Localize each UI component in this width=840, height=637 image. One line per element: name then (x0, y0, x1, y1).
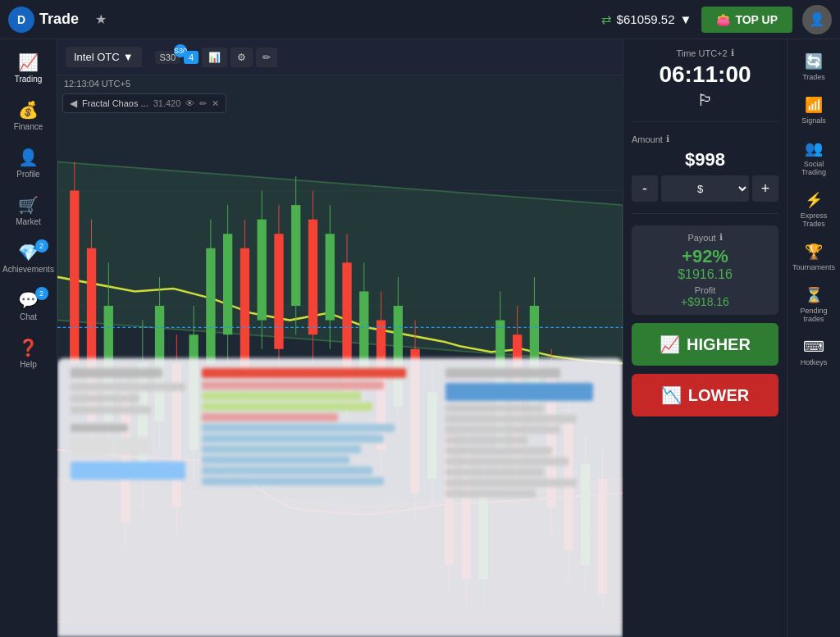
sidebar-item-chat[interactable]: 💬 Chat 2 (4, 284, 53, 328)
svg-rect-36 (308, 220, 317, 335)
chart-draw-icon[interactable]: ✏ (256, 48, 277, 67)
pending-trades-icon: ⏳ (805, 286, 823, 304)
amount-currency-select[interactable]: $ (661, 175, 749, 202)
sidebar-item-signals[interactable]: 📶 Signals (790, 89, 838, 131)
indicator-name: Fractal Chaos ... (82, 98, 148, 108)
indicator-close-icon[interactable]: ✕ (212, 98, 219, 109)
time-section: Time UTC+2 ℹ 06:11:00 🏳 (632, 48, 778, 110)
favorite-icon[interactable]: ★ (95, 11, 107, 27)
sidebar-item-achievements[interactable]: 💎 Achievements 2 (4, 236, 53, 280)
right-panel: Time UTC+2 ℹ 06:11:00 🏳 Amount ℹ $998 - … (623, 39, 787, 637)
logo: D Trade (8, 7, 79, 33)
sidebar-label-trading: Trading (15, 75, 43, 84)
amount-controls: - $ + (632, 175, 778, 202)
topup-label: TOP UP (735, 13, 778, 26)
time-label: Time UTC+2 ℹ (632, 48, 778, 58)
svg-rect-34 (291, 205, 300, 306)
time-display: 06:11:00 (632, 61, 778, 88)
topup-button[interactable]: 👛 TOP UP (701, 7, 792, 33)
payout-section: Payout ℹ +92% $1916.16 Profit +$918.16 (632, 225, 778, 315)
profit-amount: +$918.16 (638, 295, 772, 308)
indicator-collapse-btn[interactable]: ◀ (70, 98, 77, 109)
indicator-value: 31.420 (153, 98, 181, 108)
divider-1 (632, 121, 778, 122)
sidebar-item-express-trades[interactable]: ⚡ Express Trades (790, 184, 838, 234)
indicator-eye-icon[interactable]: 👁 (185, 98, 194, 108)
tournaments-label: Tournaments (792, 263, 835, 271)
trades-icon: 🔄 (805, 52, 823, 71)
divider-2 (632, 213, 778, 214)
payout-label: Payout ℹ (638, 232, 772, 243)
indicator-edit-icon[interactable]: ✏ (199, 98, 207, 109)
sidebar-label-chat: Chat (20, 312, 37, 321)
payout-amount: $1916.16 (638, 267, 772, 282)
topbar: D Trade ★ ⇄ $61059.52 ▼ 👛 TOP UP 👤 (0, 0, 840, 39)
balance-display: ⇄ $61059.52 ▼ (601, 12, 692, 27)
sidebar-item-pending-trades[interactable]: ⏳ Pending trades (790, 280, 838, 330)
chart-bar-icon[interactable]: 📊 (202, 48, 227, 67)
lower-label: LOWER (688, 386, 749, 405)
finance-icon: 💰 (18, 100, 39, 120)
info-icon: ℹ (731, 48, 734, 58)
right-sidebar: 🔄 Trades 📶 Signals 👥 Social Trading ⚡ Ex… (787, 39, 840, 637)
social-trading-label: Social Trading (793, 160, 834, 176)
payout-info-icon: ℹ (719, 232, 723, 243)
lower-button[interactable]: 📉 LOWER (632, 374, 778, 416)
sidebar-item-hotkeys[interactable]: ⌨ Hotkeys (790, 331, 838, 373)
svg-rect-32 (274, 234, 283, 349)
amount-label: Amount ℹ (632, 134, 778, 144)
sidebar-item-social-trading[interactable]: 👥 Social Trading (790, 133, 838, 183)
social-trading-icon: 👥 (805, 139, 823, 157)
blurred-overlay (57, 358, 623, 637)
time-utc-label: Time UTC+2 (676, 48, 727, 58)
dropdown-arrow: ▼ (123, 51, 134, 63)
user-avatar[interactable]: 👤 (802, 5, 832, 34)
higher-button[interactable]: 📈 HIGHER (632, 323, 778, 366)
market-icon: 🛒 (18, 195, 39, 215)
sidebar-item-market[interactable]: 🛒 Market (4, 189, 53, 233)
trades-label: Trades (802, 73, 825, 81)
lower-icon: 📉 (661, 385, 682, 405)
signals-label: Signals (801, 116, 826, 125)
trading-icon: 📈 (18, 52, 39, 72)
svg-rect-24 (206, 248, 215, 364)
sidebar-item-trading[interactable]: 📈 Trading (4, 46, 53, 90)
sidebar-item-tournaments[interactable]: 🏆 Tournaments (790, 236, 838, 278)
higher-label: HIGHER (687, 335, 751, 354)
sidebar-label-help: Help (20, 360, 37, 369)
hotkeys-icon: ⌨ (803, 338, 824, 356)
chart-settings-icon[interactable]: ⚙ (231, 48, 253, 67)
help-icon: ❓ (18, 338, 39, 357)
sidebar-item-help[interactable]: ❓ Help (4, 331, 53, 375)
sidebar-label-market: Market (16, 217, 41, 226)
sidebar-item-profile[interactable]: 👤 Profile (4, 141, 53, 185)
svg-rect-38 (326, 234, 335, 320)
instrument-selector[interactable]: Intel OTC ▼ (66, 47, 142, 67)
sidebar-item-finance[interactable]: 💰 Finance (4, 93, 53, 138)
amount-section: Amount ℹ $998 - $ + (632, 134, 778, 202)
balance-arrow: ▼ (680, 12, 692, 26)
chat-badge: 2 (35, 287, 48, 300)
indicator-panel: ◀ Fractal Chaos ... 31.420 👁 ✏ ✕ (62, 93, 226, 113)
main-layout: 📈 Trading 💰 Finance 👤 Profile 🛒 Market 💎… (0, 39, 840, 637)
sidebar-label-achievements: Achievements (2, 265, 54, 274)
amount-minus-btn[interactable]: - (632, 175, 658, 202)
chart-tools: S30 S30 4 📊 ⚙ ✏ (155, 48, 278, 67)
svg-rect-30 (258, 220, 267, 321)
svg-rect-8 (70, 191, 79, 364)
balance-amount: $61059.52 (617, 12, 675, 26)
logo-text: Trade (39, 11, 79, 28)
balance-icon: ⇄ (601, 12, 612, 27)
express-trades-icon: ⚡ (805, 191, 823, 209)
period-s30[interactable]: S30 S30 (155, 51, 181, 64)
svg-rect-26 (223, 234, 232, 334)
amount-plus-btn[interactable]: + (752, 175, 778, 202)
logo-icon: D (8, 7, 34, 33)
left-sidebar: 📈 Trading 💰 Finance 👤 Profile 🛒 Market 💎… (0, 39, 57, 637)
sidebar-item-trades[interactable]: 🔄 Trades (790, 46, 838, 88)
sidebar-label-profile: Profile (16, 170, 39, 179)
instrument-name: Intel OTC (74, 51, 120, 63)
tournaments-icon: 🏆 (805, 243, 823, 261)
wallet-icon: 👛 (716, 13, 730, 26)
period-4[interactable]: 4 (184, 51, 199, 64)
